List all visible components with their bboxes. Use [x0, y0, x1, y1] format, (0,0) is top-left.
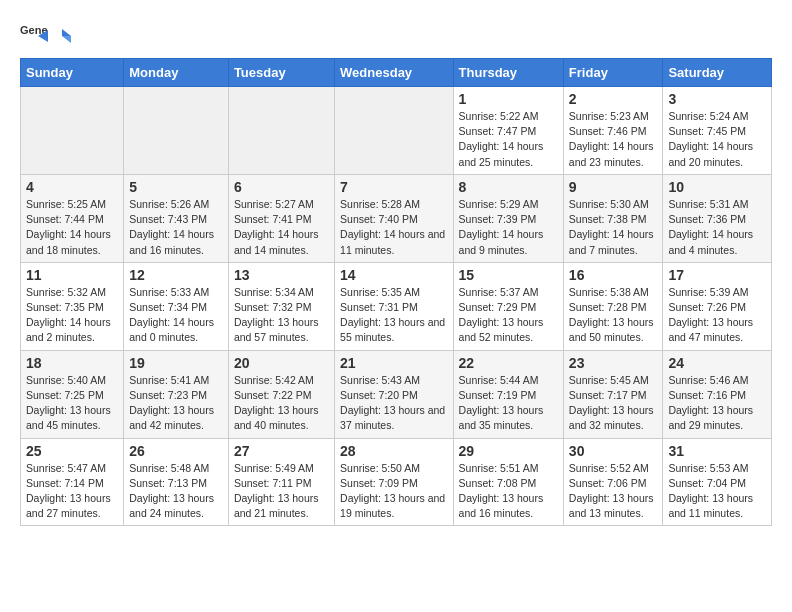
calendar-week-row: 4 Sunrise: 5:25 AMSunset: 7:44 PMDayligh…: [21, 174, 772, 262]
calendar-cell: 16 Sunrise: 5:38 AMSunset: 7:28 PMDaylig…: [563, 262, 663, 350]
day-info: Sunrise: 5:35 AMSunset: 7:31 PMDaylight:…: [340, 286, 445, 344]
day-number: 7: [340, 179, 447, 195]
calendar-cell: 5 Sunrise: 5:26 AMSunset: 7:43 PMDayligh…: [124, 174, 229, 262]
day-info: Sunrise: 5:49 AMSunset: 7:11 PMDaylight:…: [234, 462, 319, 520]
calendar-cell: 18 Sunrise: 5:40 AMSunset: 7:25 PMDaylig…: [21, 350, 124, 438]
day-info: Sunrise: 5:28 AMSunset: 7:40 PMDaylight:…: [340, 198, 445, 256]
day-number: 2: [569, 91, 658, 107]
day-info: Sunrise: 5:39 AMSunset: 7:26 PMDaylight:…: [668, 286, 753, 344]
day-info: Sunrise: 5:53 AMSunset: 7:04 PMDaylight:…: [668, 462, 753, 520]
calendar-cell: 25 Sunrise: 5:47 AMSunset: 7:14 PMDaylig…: [21, 438, 124, 526]
day-info: Sunrise: 5:26 AMSunset: 7:43 PMDaylight:…: [129, 198, 214, 256]
calendar-cell: 3 Sunrise: 5:24 AMSunset: 7:45 PMDayligh…: [663, 87, 772, 175]
day-info: Sunrise: 5:52 AMSunset: 7:06 PMDaylight:…: [569, 462, 654, 520]
day-info: Sunrise: 5:30 AMSunset: 7:38 PMDaylight:…: [569, 198, 654, 256]
calendar-cell: 6 Sunrise: 5:27 AMSunset: 7:41 PMDayligh…: [228, 174, 334, 262]
svg-marker-2: [62, 29, 71, 36]
day-number: 27: [234, 443, 329, 459]
day-number: 4: [26, 179, 118, 195]
day-number: 19: [129, 355, 223, 371]
day-info: Sunrise: 5:23 AMSunset: 7:46 PMDaylight:…: [569, 110, 654, 168]
calendar-cell: 17 Sunrise: 5:39 AMSunset: 7:26 PMDaylig…: [663, 262, 772, 350]
day-info: Sunrise: 5:42 AMSunset: 7:22 PMDaylight:…: [234, 374, 319, 432]
weekday-header-wednesday: Wednesday: [335, 59, 453, 87]
day-number: 25: [26, 443, 118, 459]
day-number: 29: [459, 443, 558, 459]
svg-marker-3: [62, 36, 71, 43]
weekday-header-saturday: Saturday: [663, 59, 772, 87]
day-number: 10: [668, 179, 766, 195]
weekday-header-friday: Friday: [563, 59, 663, 87]
calendar-week-row: 18 Sunrise: 5:40 AMSunset: 7:25 PMDaylig…: [21, 350, 772, 438]
day-number: 6: [234, 179, 329, 195]
day-number: 3: [668, 91, 766, 107]
calendar-cell: 14 Sunrise: 5:35 AMSunset: 7:31 PMDaylig…: [335, 262, 453, 350]
calendar-week-row: 25 Sunrise: 5:47 AMSunset: 7:14 PMDaylig…: [21, 438, 772, 526]
logo-bird-icon: [53, 27, 71, 45]
day-number: 28: [340, 443, 447, 459]
day-number: 22: [459, 355, 558, 371]
header: General: [20, 20, 772, 48]
calendar-cell: 26 Sunrise: 5:48 AMSunset: 7:13 PMDaylig…: [124, 438, 229, 526]
calendar-cell: 31 Sunrise: 5:53 AMSunset: 7:04 PMDaylig…: [663, 438, 772, 526]
calendar-cell: 22 Sunrise: 5:44 AMSunset: 7:19 PMDaylig…: [453, 350, 563, 438]
day-number: 20: [234, 355, 329, 371]
calendar-cell: 1 Sunrise: 5:22 AMSunset: 7:47 PMDayligh…: [453, 87, 563, 175]
calendar-table: SundayMondayTuesdayWednesdayThursdayFrid…: [20, 58, 772, 526]
calendar-cell: [124, 87, 229, 175]
logo: General: [20, 20, 72, 48]
calendar-cell: 28 Sunrise: 5:50 AMSunset: 7:09 PMDaylig…: [335, 438, 453, 526]
day-info: Sunrise: 5:48 AMSunset: 7:13 PMDaylight:…: [129, 462, 214, 520]
day-info: Sunrise: 5:27 AMSunset: 7:41 PMDaylight:…: [234, 198, 319, 256]
day-number: 5: [129, 179, 223, 195]
day-info: Sunrise: 5:47 AMSunset: 7:14 PMDaylight:…: [26, 462, 111, 520]
calendar-cell: 4 Sunrise: 5:25 AMSunset: 7:44 PMDayligh…: [21, 174, 124, 262]
calendar-week-row: 11 Sunrise: 5:32 AMSunset: 7:35 PMDaylig…: [21, 262, 772, 350]
day-info: Sunrise: 5:34 AMSunset: 7:32 PMDaylight:…: [234, 286, 319, 344]
calendar-cell: 12 Sunrise: 5:33 AMSunset: 7:34 PMDaylig…: [124, 262, 229, 350]
calendar-cell: 23 Sunrise: 5:45 AMSunset: 7:17 PMDaylig…: [563, 350, 663, 438]
calendar-week-row: 1 Sunrise: 5:22 AMSunset: 7:47 PMDayligh…: [21, 87, 772, 175]
day-info: Sunrise: 5:45 AMSunset: 7:17 PMDaylight:…: [569, 374, 654, 432]
day-info: Sunrise: 5:50 AMSunset: 7:09 PMDaylight:…: [340, 462, 445, 520]
day-number: 30: [569, 443, 658, 459]
calendar-cell: 29 Sunrise: 5:51 AMSunset: 7:08 PMDaylig…: [453, 438, 563, 526]
day-info: Sunrise: 5:32 AMSunset: 7:35 PMDaylight:…: [26, 286, 111, 344]
day-number: 23: [569, 355, 658, 371]
day-info: Sunrise: 5:31 AMSunset: 7:36 PMDaylight:…: [668, 198, 753, 256]
day-info: Sunrise: 5:43 AMSunset: 7:20 PMDaylight:…: [340, 374, 445, 432]
day-info: Sunrise: 5:22 AMSunset: 7:47 PMDaylight:…: [459, 110, 544, 168]
calendar-cell: 8 Sunrise: 5:29 AMSunset: 7:39 PMDayligh…: [453, 174, 563, 262]
day-number: 14: [340, 267, 447, 283]
weekday-header-row: SundayMondayTuesdayWednesdayThursdayFrid…: [21, 59, 772, 87]
day-info: Sunrise: 5:33 AMSunset: 7:34 PMDaylight:…: [129, 286, 214, 344]
day-number: 13: [234, 267, 329, 283]
calendar-cell: 21 Sunrise: 5:43 AMSunset: 7:20 PMDaylig…: [335, 350, 453, 438]
day-number: 21: [340, 355, 447, 371]
day-number: 26: [129, 443, 223, 459]
day-number: 24: [668, 355, 766, 371]
day-number: 11: [26, 267, 118, 283]
calendar-cell: 10 Sunrise: 5:31 AMSunset: 7:36 PMDaylig…: [663, 174, 772, 262]
day-number: 17: [668, 267, 766, 283]
calendar-cell: 24 Sunrise: 5:46 AMSunset: 7:16 PMDaylig…: [663, 350, 772, 438]
calendar-cell: 15 Sunrise: 5:37 AMSunset: 7:29 PMDaylig…: [453, 262, 563, 350]
day-number: 15: [459, 267, 558, 283]
weekday-header-tuesday: Tuesday: [228, 59, 334, 87]
day-number: 1: [459, 91, 558, 107]
day-info: Sunrise: 5:46 AMSunset: 7:16 PMDaylight:…: [668, 374, 753, 432]
day-number: 16: [569, 267, 658, 283]
day-info: Sunrise: 5:25 AMSunset: 7:44 PMDaylight:…: [26, 198, 111, 256]
day-number: 31: [668, 443, 766, 459]
calendar-cell: 7 Sunrise: 5:28 AMSunset: 7:40 PMDayligh…: [335, 174, 453, 262]
calendar-cell: [21, 87, 124, 175]
day-info: Sunrise: 5:44 AMSunset: 7:19 PMDaylight:…: [459, 374, 544, 432]
weekday-header-thursday: Thursday: [453, 59, 563, 87]
day-number: 18: [26, 355, 118, 371]
calendar-cell: 19 Sunrise: 5:41 AMSunset: 7:23 PMDaylig…: [124, 350, 229, 438]
calendar-cell: 30 Sunrise: 5:52 AMSunset: 7:06 PMDaylig…: [563, 438, 663, 526]
calendar-cell: [228, 87, 334, 175]
calendar-cell: 20 Sunrise: 5:42 AMSunset: 7:22 PMDaylig…: [228, 350, 334, 438]
day-number: 8: [459, 179, 558, 195]
day-info: Sunrise: 5:24 AMSunset: 7:45 PMDaylight:…: [668, 110, 753, 168]
